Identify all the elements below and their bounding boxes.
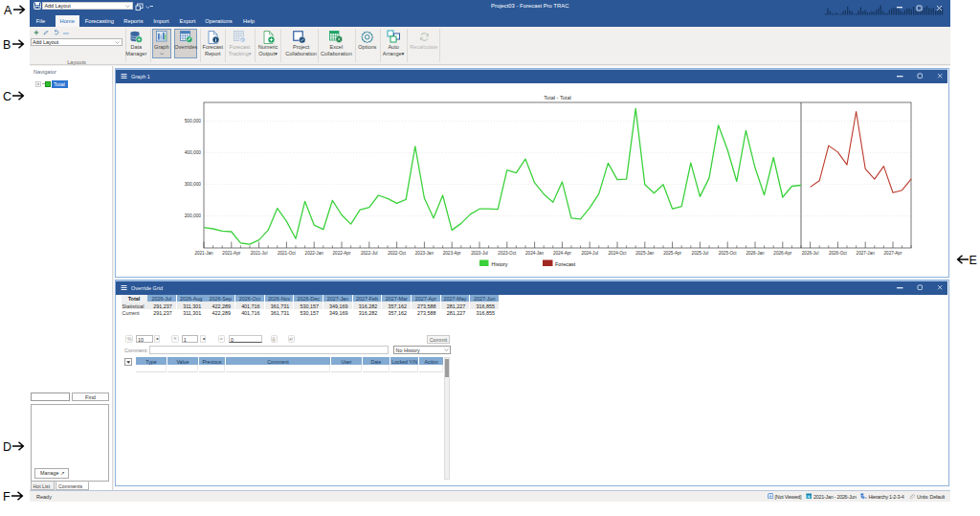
- svg-text:2024-Jul: 2024-Jul: [581, 251, 598, 256]
- svg-text:2026-Oct: 2026-Oct: [829, 251, 848, 256]
- svg-text:2026-Jul: 2026-Jul: [802, 251, 819, 256]
- svg-text:2021-Jan: 2021-Jan: [194, 251, 213, 256]
- svg-text:2024-Apr: 2024-Apr: [553, 251, 571, 256]
- svg-text:2022-Jan: 2022-Jan: [305, 251, 324, 256]
- svg-text:300,000: 300,000: [185, 182, 202, 187]
- svg-text:200,000: 200,000: [185, 213, 202, 218]
- svg-text:2025-Jul: 2025-Jul: [692, 251, 709, 256]
- svg-text:2021-Oct: 2021-Oct: [278, 251, 297, 256]
- svg-text:Total - Total: Total - Total: [544, 95, 571, 101]
- svg-text:Forecast: Forecast: [555, 261, 576, 267]
- svg-text:2027-Jan: 2027-Jan: [857, 251, 876, 256]
- svg-text:2023-Apr: 2023-Apr: [443, 251, 461, 256]
- svg-text:2021-Apr: 2021-Apr: [222, 251, 240, 256]
- svg-text:400,000: 400,000: [185, 150, 202, 155]
- svg-text:2025-Oct: 2025-Oct: [719, 251, 738, 256]
- svg-text:2022-Apr: 2022-Apr: [333, 251, 351, 256]
- svg-text:2023-Jul: 2023-Jul: [471, 251, 488, 256]
- svg-text:History: History: [492, 261, 508, 267]
- svg-text:2023-Oct: 2023-Oct: [498, 251, 517, 256]
- svg-text:2024-Jan: 2024-Jan: [525, 251, 545, 256]
- svg-text:2022-Oct: 2022-Oct: [388, 251, 407, 256]
- svg-text:2027-Apr: 2027-Apr: [884, 251, 902, 256]
- svg-text:2025-Apr: 2025-Apr: [663, 251, 681, 256]
- svg-text:2026-Apr: 2026-Apr: [773, 251, 791, 256]
- svg-text:500,000: 500,000: [185, 119, 202, 123]
- svg-text:2022-Jul: 2022-Jul: [361, 251, 378, 256]
- svg-text:2021-Jul: 2021-Jul: [251, 251, 268, 256]
- svg-text:2026-Jan: 2026-Jan: [746, 251, 765, 256]
- svg-text:2024-Oct: 2024-Oct: [609, 251, 628, 256]
- svg-text:2025-Jan: 2025-Jan: [635, 251, 655, 256]
- svg-text:2023-Jan: 2023-Jan: [415, 251, 434, 256]
